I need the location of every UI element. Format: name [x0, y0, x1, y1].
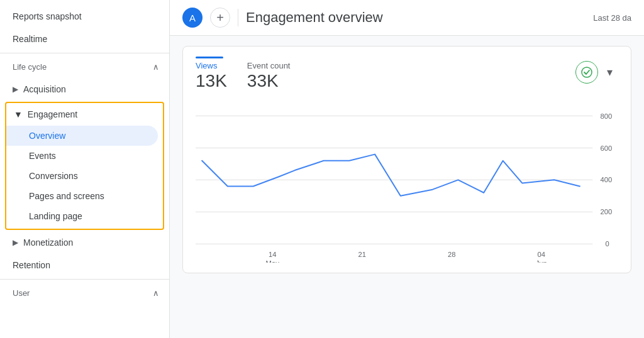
topbar-divider	[238, 9, 238, 26]
sidebar-divider-2	[0, 279, 169, 280]
plus-icon: +	[216, 11, 224, 25]
pages-screens-label: Pages and screens	[29, 191, 104, 201]
lifecycle-collapse-icon: ∧	[153, 62, 159, 72]
sidebar-item-realtime[interactable]: Realtime	[0, 28, 169, 50]
page-title: Engagement overview	[246, 9, 586, 26]
svg-text:800: 800	[600, 112, 612, 119]
landing-page-label: Landing page	[29, 211, 82, 221]
date-range: Last 28 da	[593, 13, 631, 23]
views-tab-underline	[196, 57, 223, 58]
event-count-value: 33K	[247, 70, 291, 92]
events-label: Events	[29, 151, 56, 161]
sidebar-item-acquisition[interactable]: ▶ Acquisition	[0, 78, 169, 101]
sidebar-item-reports-snapshot[interactable]: Reports snapshot	[0, 5, 169, 28]
chart-card: Views 13K Event count 33K	[182, 46, 631, 273]
content-area: Views 13K Event count 33K	[170, 36, 644, 338]
engagement-submenu: Overview Events Conversions Pages and sc…	[6, 126, 163, 229]
svg-text:14: 14	[269, 250, 276, 258]
chevron-down-icon: ▾	[607, 65, 613, 79]
user-label: User	[13, 288, 30, 298]
svg-text:21: 21	[358, 250, 366, 258]
svg-text:28: 28	[448, 250, 455, 258]
lifecycle-label: Life cycle	[13, 62, 47, 72]
engagement-label: Engagement	[28, 109, 77, 119]
svg-text:04: 04	[538, 250, 545, 258]
retention-label: Retention	[13, 260, 50, 270]
user-collapse-icon: ∧	[153, 288, 159, 298]
svg-text:Jun: Jun	[536, 259, 547, 263]
svg-text:400: 400	[600, 176, 612, 183]
engagement-section: ▼ Engagement Overview Events Conversions…	[5, 102, 164, 230]
acquisition-arrow-icon: ▶	[13, 85, 18, 94]
topbar: A + Engagement overview Last 28 da	[170, 0, 644, 36]
svg-text:0: 0	[606, 240, 609, 248]
sidebar-item-conversions[interactable]: Conversions	[6, 166, 163, 186]
conversions-label: Conversions	[29, 171, 78, 181]
sidebar-item-engagement[interactable]: ▼ Engagement	[6, 103, 163, 126]
svg-text:200: 200	[600, 208, 612, 215]
sidebar-item-landing-page[interactable]: Landing page	[6, 206, 163, 226]
chart-dropdown-button[interactable]: ▾	[601, 61, 618, 84]
svg-text:600: 600	[600, 144, 612, 151]
monetization-arrow-icon: ▶	[13, 238, 18, 247]
event-count-label[interactable]: Event count	[247, 61, 291, 70]
sidebar-divider	[0, 53, 169, 53]
svg-text:May: May	[266, 259, 280, 263]
avatar[interactable]: A	[182, 8, 203, 28]
sidebar: Reports snapshot Realtime Life cycle ∧ ▶…	[0, 0, 170, 338]
monetization-label: Monetization	[23, 237, 73, 248]
sidebar-item-monetization[interactable]: ▶ Monetization	[0, 231, 169, 254]
checkmark-icon	[581, 67, 592, 78]
lifecycle-header[interactable]: Life cycle ∧	[0, 56, 169, 78]
chart-controls: ▾	[575, 61, 618, 84]
chart-area: 800 600 400 200 0 14 May 21 28 04 Jun	[196, 97, 618, 263]
sidebar-item-pages-and-screens[interactable]: Pages and screens	[6, 186, 163, 206]
add-button[interactable]: +	[210, 8, 230, 28]
engagement-arrow-icon: ▼	[14, 109, 23, 119]
main-content: A + Engagement overview Last 28 da Views	[170, 0, 644, 338]
views-metric: Views 13K	[196, 61, 227, 92]
sidebar-item-retention[interactable]: Retention	[0, 254, 169, 276]
reports-snapshot-label: Reports snapshot	[13, 11, 82, 21]
chart-header: Views 13K Event count 33K	[196, 61, 618, 92]
user-header[interactable]: User ∧	[0, 282, 169, 304]
avatar-letter: A	[189, 13, 196, 23]
views-value: 13K	[196, 70, 227, 92]
svg-point-0	[582, 67, 592, 77]
acquisition-label: Acquisition	[23, 84, 66, 94]
overview-label: Overview	[29, 131, 65, 141]
line-chart: 800 600 400 200 0 14 May 21 28 04 Jun	[196, 97, 618, 263]
realtime-label: Realtime	[13, 34, 47, 44]
metric-group: Views 13K Event count 33K	[196, 61, 290, 92]
event-count-metric: Event count 33K	[247, 61, 291, 92]
views-label[interactable]: Views	[196, 61, 227, 70]
sidebar-item-events[interactable]: Events	[6, 146, 163, 166]
compare-button[interactable]	[575, 61, 598, 84]
sidebar-item-overview[interactable]: Overview	[6, 126, 158, 146]
